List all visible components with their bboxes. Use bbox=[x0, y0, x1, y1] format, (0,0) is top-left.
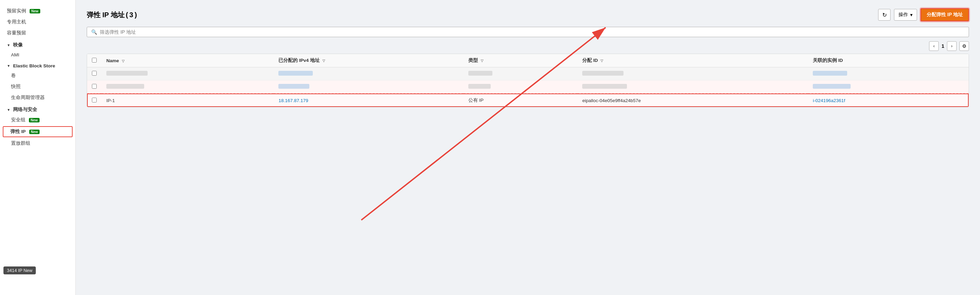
table-header-row: Name ▽ 已分配的 IPv4 地址 ▽ 类型 ▽ 分配 ID ▽ bbox=[87, 54, 969, 67]
sidebar-item-label: 专用主机 bbox=[7, 19, 26, 25]
row-ipv4-cell: 18.167.87.179 bbox=[274, 94, 463, 107]
row-alloc-cell bbox=[578, 81, 808, 94]
search-bar: 🔍 bbox=[87, 27, 969, 37]
col-allocation-id: 分配 ID ▽ bbox=[578, 54, 808, 67]
col-type: 类型 ▽ bbox=[463, 54, 578, 67]
search-input[interactable] bbox=[100, 29, 964, 35]
elastic-ip-table: Name ▽ 已分配的 IPv4 地址 ▽ 类型 ▽ 分配 ID ▽ bbox=[87, 54, 969, 107]
actions-label: 操作 bbox=[899, 12, 908, 18]
page-title: 弹性 IP 地址 ( 3 ) bbox=[87, 10, 137, 20]
sidebar-item-capacity-reservation[interactable]: 容量预留 bbox=[0, 27, 75, 38]
sort-icon: ▽ bbox=[122, 59, 124, 63]
blurred-name bbox=[106, 71, 148, 76]
col-ipv4: 已分配的 IPv4 地址 ▽ bbox=[274, 54, 463, 67]
page-header: 弹性 IP 地址 ( 3 ) ↻ 操作 ▾ 分配弹性 IP 地址 bbox=[87, 8, 969, 21]
blurred-ipv4 bbox=[278, 71, 313, 76]
blurred-ipv4 bbox=[278, 84, 309, 89]
row-instance-cell bbox=[808, 81, 969, 94]
select-all-checkbox[interactable] bbox=[92, 58, 97, 63]
row-alloc-cell bbox=[578, 67, 808, 81]
blurred-instance bbox=[813, 84, 851, 89]
badge-new: New bbox=[30, 9, 40, 13]
sidebar-item-label: AMI bbox=[11, 52, 19, 57]
sidebar-section-images[interactable]: ▼ 映像 bbox=[0, 38, 75, 50]
sort-icon: ▽ bbox=[323, 59, 325, 63]
checkbox-header bbox=[87, 54, 102, 67]
blurred-type bbox=[468, 84, 491, 89]
pagination-row: ‹ 1 › ⚙ bbox=[87, 41, 969, 51]
sidebar-section-network[interactable]: ▼ 网络与安全 bbox=[0, 103, 75, 114]
row-type-cell bbox=[463, 67, 578, 81]
sidebar-item-elastic-ip[interactable]: 弹性 IP New bbox=[3, 126, 73, 137]
sidebar-item-label: 容量预留 bbox=[7, 30, 26, 36]
sidebar: 预留实例 New 专用主机 容量预留 ▼ 映像 AMI ▼ Elastic Bl… bbox=[0, 0, 76, 295]
toggle-icon: ▼ bbox=[7, 108, 10, 112]
row-checkbox-cell bbox=[87, 67, 102, 81]
sidebar-section-ebs[interactable]: ▼ Elastic Block Store bbox=[0, 60, 75, 70]
blurred-instance bbox=[813, 71, 847, 76]
allocate-button[interactable]: 分配弹性 IP 地址 bbox=[921, 8, 969, 21]
row-type-cell: 公有 IP bbox=[463, 94, 578, 107]
sidebar-item-placement-groups[interactable]: 置放群组 bbox=[0, 138, 75, 149]
row-name-cell: IP-1 bbox=[102, 94, 274, 107]
blurred-alloc bbox=[582, 84, 627, 89]
sidebar-item-volumes[interactable]: 卷 bbox=[0, 70, 75, 81]
toggle-icon: ▼ bbox=[7, 43, 10, 47]
section-label: Elastic Block Store bbox=[13, 63, 55, 68]
search-icon: 🔍 bbox=[91, 29, 97, 35]
sidebar-item-reserved-instances[interactable]: 预留实例 New bbox=[0, 5, 75, 16]
allocate-label: 分配弹性 IP 地址 bbox=[927, 12, 963, 18]
row-instance-id-cell: i-024196a2361f bbox=[808, 94, 969, 107]
instance-id-link[interactable]: i-024196a2361f bbox=[813, 98, 845, 103]
chevron-down-icon: ▾ bbox=[910, 12, 913, 17]
row-name-cell bbox=[102, 81, 274, 94]
row-checkbox-cell bbox=[87, 94, 102, 107]
row-checkbox-cell bbox=[87, 81, 102, 94]
sidebar-item-label: 弹性 IP bbox=[10, 128, 26, 135]
sort-icon: ▽ bbox=[481, 59, 484, 63]
badge-new: New bbox=[29, 130, 40, 134]
row-type-cell bbox=[463, 81, 578, 94]
row-ipv4-cell bbox=[274, 67, 463, 81]
sidebar-item-dedicated-hosts[interactable]: 专用主机 bbox=[0, 16, 75, 27]
badge-new: New bbox=[29, 118, 40, 122]
sidebar-item-label: 预留实例 bbox=[7, 8, 26, 14]
sidebar-item-snapshots[interactable]: 快照 bbox=[0, 81, 75, 92]
section-label: 映像 bbox=[13, 42, 23, 48]
sidebar-item-lifecycle-manager[interactable]: 生命周期管理器 bbox=[0, 92, 75, 103]
actions-button[interactable]: 操作 ▾ bbox=[894, 9, 917, 21]
table-row bbox=[87, 81, 969, 94]
row-name-cell bbox=[102, 67, 274, 81]
table-row-highlighted[interactable]: IP-1 18.167.87.179 公有 IP eipalloc-04e05e… bbox=[87, 94, 969, 107]
col-name: Name ▽ bbox=[102, 54, 274, 67]
blurred-alloc bbox=[582, 71, 624, 76]
settings-button[interactable]: ⚙ bbox=[959, 41, 969, 51]
header-actions: ↻ 操作 ▾ 分配弹性 IP 地址 bbox=[878, 8, 969, 21]
bottom-label: 3414 IP New bbox=[3, 266, 36, 274]
sidebar-item-label: 快照 bbox=[11, 84, 21, 90]
row-instance-cell bbox=[808, 67, 969, 81]
row-ipv4-cell bbox=[274, 81, 463, 94]
row-alloc-id-cell: eipalloc-04e05e9ff4a24b57e bbox=[578, 94, 808, 107]
main-content: 弹性 IP 地址 ( 3 ) ↻ 操作 ▾ 分配弹性 IP 地址 🔍 ‹ 1 ›… bbox=[76, 0, 980, 295]
sidebar-item-label: 置放群组 bbox=[11, 140, 30, 146]
sidebar-item-ami[interactable]: AMI bbox=[0, 50, 75, 60]
col-instance-id: 关联的实例 ID bbox=[808, 54, 969, 67]
row-checkbox[interactable] bbox=[92, 84, 97, 89]
row-checkbox[interactable] bbox=[92, 98, 97, 103]
pagination-current: 1 bbox=[942, 43, 944, 49]
sidebar-item-security-groups[interactable]: 安全组 New bbox=[0, 114, 75, 125]
ipv4-link[interactable]: 18.167.87.179 bbox=[278, 98, 308, 103]
blurred-name bbox=[106, 84, 144, 89]
sidebar-item-label: 卷 bbox=[11, 73, 16, 79]
next-page-button[interactable]: › bbox=[947, 41, 956, 51]
refresh-button[interactable]: ↻ bbox=[878, 9, 891, 21]
blurred-type bbox=[468, 71, 492, 76]
row-checkbox[interactable] bbox=[92, 71, 97, 76]
sidebar-item-label: 生命周期管理器 bbox=[11, 95, 45, 101]
table-row bbox=[87, 67, 969, 81]
toggle-icon: ▼ bbox=[7, 64, 10, 68]
prev-page-button[interactable]: ‹ bbox=[929, 41, 939, 51]
section-label: 网络与安全 bbox=[13, 106, 37, 113]
table-container: Name ▽ 已分配的 IPv4 地址 ▽ 类型 ▽ 分配 ID ▽ bbox=[87, 54, 969, 107]
